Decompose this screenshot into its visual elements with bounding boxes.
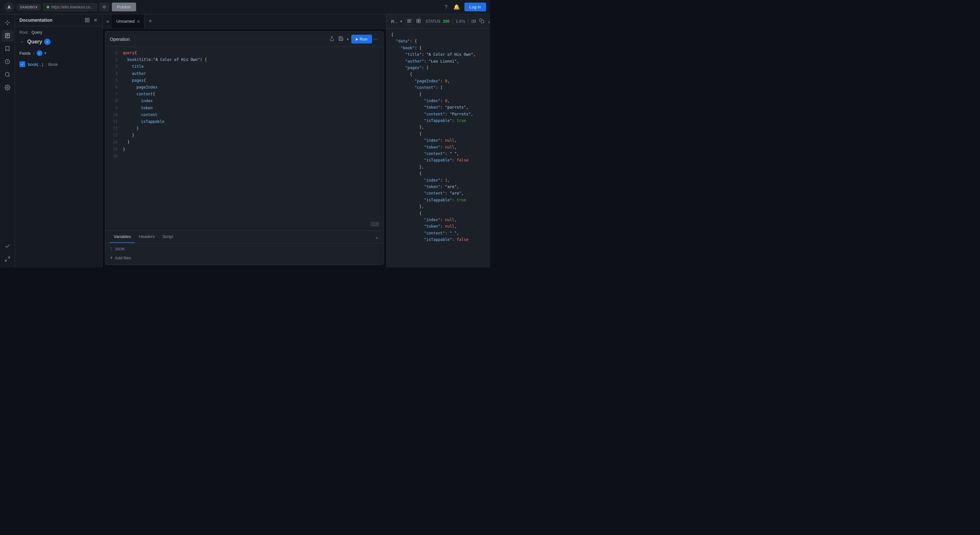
run-button[interactable]: ▶ Run <box>351 35 372 43</box>
publish-button[interactable]: Publish <box>112 3 136 11</box>
code-line-8: 8 index <box>105 97 383 104</box>
svg-rect-29 <box>419 21 420 23</box>
rail-icon-settings[interactable] <box>2 82 13 93</box>
sidebar-icons <box>84 18 97 23</box>
sidebar-title: Documentation <box>19 18 52 23</box>
topbar-right: ? 🔔 Log in <box>443 3 486 11</box>
right-panel-title: R... <box>391 19 398 24</box>
tab-unnamed[interactable]: Unnamed × <box>112 14 145 28</box>
status-time: 1.47s <box>456 19 465 24</box>
code-line-7: 7 content { <box>105 91 383 97</box>
variables-tab[interactable]: Variables <box>110 231 135 243</box>
code-line-12: 12 } <box>105 125 383 132</box>
status-label: STATUS <box>425 19 441 24</box>
field-item[interactable]: ✓ book(...) : Book <box>19 60 97 68</box>
svg-point-2 <box>7 24 8 25</box>
tab-close-button[interactable]: × <box>137 19 140 24</box>
download-icon[interactable] <box>487 18 490 25</box>
tab-add-button[interactable]: + <box>145 14 156 28</box>
svg-line-14 <box>8 76 10 76</box>
svg-rect-30 <box>481 21 484 23</box>
add-files-label: Add files <box>115 255 131 260</box>
code-line-1: 1 query { <box>105 49 383 56</box>
operation-header: Operation ▾ ▶ Run ··· <box>105 32 383 47</box>
status-bar: STATUS 200 | 1.47s | 0B <box>425 19 476 24</box>
right-panel-dropdown-icon[interactable]: ▾ <box>400 19 402 24</box>
sidebar-body: Root › Query ← Query ✓ Fields ↓ ✓ ▾ ✓ bo… <box>15 26 102 268</box>
code-line-5: 5 pages { <box>105 77 383 84</box>
back-button[interactable]: ← <box>19 38 25 45</box>
rail-icon-search[interactable] <box>2 69 13 80</box>
operation-actions: ▾ ▶ Run <box>329 35 372 43</box>
rail-icon-check[interactable] <box>2 240 13 252</box>
operation-panel: Operation ▾ ▶ Run ··· <box>105 31 384 265</box>
sandbox-badge: SANDBOX <box>17 4 40 10</box>
login-button[interactable]: Log in <box>465 3 486 11</box>
field-type: : Book <box>46 62 58 67</box>
notifications-icon[interactable]: 🔔 <box>452 3 461 11</box>
code-line-14: 14 } <box>105 139 383 146</box>
sidebar-grid-icon[interactable] <box>84 18 90 23</box>
list-view-button[interactable] <box>405 18 414 25</box>
svg-point-13 <box>5 72 9 76</box>
fields-sort-icon[interactable]: ↓ <box>33 51 35 56</box>
tab-label: Unnamed <box>116 19 135 24</box>
headers-tab[interactable]: Headers <box>135 231 159 243</box>
fields-dropdown-icon[interactable]: ▾ <box>45 51 46 56</box>
right-panel: R... ▾ STATUS 200 | 1.47s | 0B <box>386 14 490 268</box>
tabs-bar: « Unnamed × + <box>102 14 386 29</box>
code-line-15: 15 } <box>105 146 383 153</box>
svg-rect-27 <box>419 19 420 21</box>
share-icon[interactable] <box>329 35 335 43</box>
tabs-collapse-button[interactable]: « <box>104 14 112 28</box>
json-output: { "data": { "book": { "title": "A Color … <box>391 32 485 243</box>
connection-status-dot <box>47 6 49 8</box>
code-line-10: 10 content <box>105 111 383 118</box>
bottom-panel-collapse-icon[interactable]: ⌄ <box>375 234 379 240</box>
fields-check-badge: ✓ <box>37 50 43 56</box>
rail-icon-nodes[interactable] <box>2 17 13 29</box>
save-icon[interactable] <box>338 35 344 43</box>
code-editor-wrap: 1 query { 2 book(title: "A Color of His … <box>105 47 383 231</box>
sidebar-collapse-icon[interactable] <box>92 18 97 23</box>
logo-button[interactable]: A <box>4 2 14 12</box>
svg-point-3 <box>8 22 10 23</box>
topbar: A SANDBOX https://ello.lewiskori.co... ⚙… <box>0 0 490 14</box>
icon-rail <box>0 14 15 268</box>
copy-icon[interactable] <box>479 18 485 25</box>
more-options-button[interactable]: ··· <box>372 36 379 43</box>
rail-icon-expand[interactable] <box>2 253 13 265</box>
rail-icon-bookmark[interactable] <box>2 43 13 54</box>
code-line-6: 6 pageIndex <box>105 84 383 91</box>
grid-view-button[interactable] <box>414 18 423 25</box>
breadcrumb-separator: › <box>29 30 30 35</box>
svg-rect-18 <box>85 18 87 20</box>
svg-rect-20 <box>85 21 87 22</box>
rail-icon-docs[interactable] <box>2 30 13 41</box>
svg-rect-26 <box>417 19 418 21</box>
svg-rect-19 <box>88 18 89 20</box>
run-label: Run <box>360 37 368 41</box>
line-number-bottom: 1 <box>110 247 112 251</box>
add-files-button[interactable]: + Add files <box>110 253 379 262</box>
save-dropdown-icon[interactable]: ▾ <box>347 37 349 41</box>
status-size: 0B <box>471 19 476 24</box>
svg-rect-21 <box>88 21 89 22</box>
code-editor[interactable]: 1 query { 2 book(title: "A Color of His … <box>105 47 383 162</box>
svg-line-16 <box>8 257 10 258</box>
settings-button[interactable]: ⚙ <box>100 3 109 11</box>
script-tab[interactable]: Script <box>159 231 177 243</box>
tabs-area: « Unnamed × + Operation ▾ <box>102 14 386 268</box>
field-checkbox[interactable]: ✓ <box>19 61 25 67</box>
left-sidebar: Documentation Root › Query ← Query ✓ <box>15 14 102 268</box>
bottom-tabs-bar: Variables Headers Script ⌄ <box>105 231 383 243</box>
breadcrumb-root[interactable]: Root <box>19 30 27 35</box>
fields-label: Fields <box>19 51 31 56</box>
svg-point-0 <box>5 22 6 23</box>
help-icon[interactable]: ? <box>443 3 449 11</box>
rail-icon-history[interactable] <box>2 56 13 67</box>
breadcrumb: Root › Query <box>19 30 97 35</box>
right-panel-content: { "data": { "book": { "title": "A Color … <box>387 29 490 268</box>
json-label: JSON <box>112 246 127 252</box>
code-line-11: 11 isTappable <box>105 118 383 125</box>
